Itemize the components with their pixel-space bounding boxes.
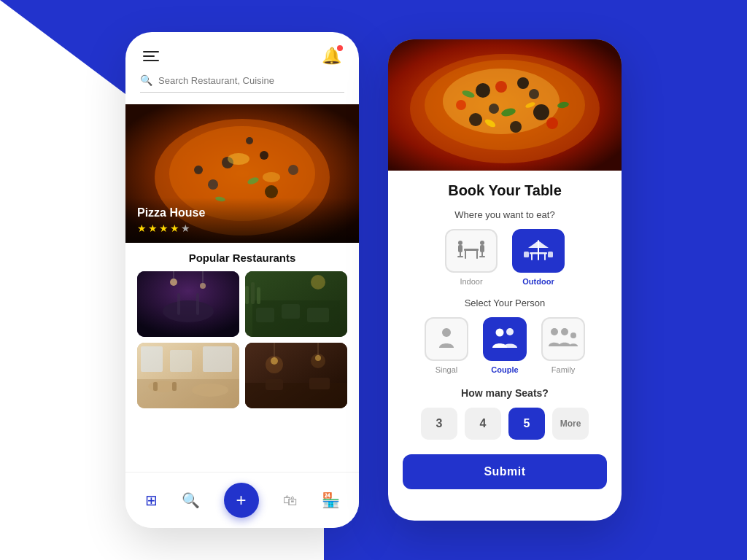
family-option-box[interactable]: [541, 317, 585, 361]
person-question: Select Your Person: [403, 298, 607, 308]
svg-point-8: [288, 165, 298, 175]
star-1: ★: [137, 222, 147, 234]
svg-rect-26: [307, 308, 329, 322]
single-option-box[interactable]: [425, 317, 468, 361]
svg-rect-37: [141, 346, 163, 372]
svg-point-86: [442, 328, 451, 337]
svg-point-79: [480, 241, 484, 245]
family-option[interactable]: Family: [541, 317, 585, 374]
svg-point-4: [260, 151, 268, 160]
more-button[interactable]: More: [552, 408, 589, 440]
svg-point-56: [533, 104, 549, 120]
submit-button[interactable]: Submit: [403, 454, 607, 489]
restaurant-grid: [125, 271, 359, 408]
couple-option-box[interactable]: [483, 317, 527, 361]
svg-point-55: [517, 77, 529, 89]
indoor-option-box[interactable]: [445, 229, 498, 273]
hero-overlay: Pizza House ★ ★ ★ ★ ★: [125, 198, 359, 243]
svg-rect-24: [256, 308, 274, 322]
nav-home-icon[interactable]: ⊞: [145, 491, 158, 509]
nav-add-button[interactable]: +: [224, 483, 259, 518]
outdoor-label: Outdoor: [522, 277, 554, 286]
phone-listing-card: 🔔 🔍: [125, 32, 359, 528]
menu-line-1: [143, 51, 159, 52]
notification-icon[interactable]: 🔔: [322, 47, 341, 66]
person-options: Singal Couple: [403, 317, 607, 374]
svg-rect-72: [458, 245, 462, 252]
svg-point-91: [570, 332, 576, 338]
svg-rect-29: [257, 287, 260, 304]
seats-question: How many Seats?: [403, 387, 607, 399]
nav-cart-icon[interactable]: 🛍: [283, 492, 298, 509]
menu-line-2: [143, 55, 155, 57]
seat-3-button[interactable]: 3: [421, 408, 457, 440]
svg-rect-45: [309, 378, 330, 389]
svg-point-59: [489, 104, 499, 114]
nav-add-label: +: [236, 490, 246, 510]
star-4: ★: [170, 222, 179, 234]
star-5: ★: [181, 222, 190, 234]
booking-hero-image: [388, 39, 622, 171]
svg-point-7: [246, 137, 253, 144]
restaurant-thumb-3[interactable]: [137, 343, 239, 408]
indoor-label: Indoor: [460, 277, 482, 286]
star-2: ★: [148, 222, 158, 234]
single-option[interactable]: Singal: [425, 317, 468, 374]
svg-point-9: [194, 166, 203, 174]
svg-rect-84: [524, 252, 529, 257]
outdoor-option-box[interactable]: [512, 229, 565, 273]
seats-options: 3 4 5 More: [403, 408, 607, 440]
svg-point-90: [561, 328, 568, 335]
couple-label: Couple: [491, 365, 518, 374]
svg-point-11: [263, 172, 280, 182]
svg-point-10: [228, 153, 249, 165]
svg-point-63: [546, 117, 558, 129]
svg-rect-16: [177, 293, 180, 315]
main-container: 🔔 🔍: [0, 0, 747, 560]
svg-rect-38: [170, 350, 192, 372]
svg-rect-41: [245, 383, 347, 408]
svg-point-49: [315, 355, 321, 361]
svg-rect-44: [266, 379, 283, 390]
restaurant-thumb-2[interactable]: [245, 271, 347, 337]
indoor-option[interactable]: Indoor: [445, 229, 498, 286]
svg-rect-27: [245, 286, 249, 304]
svg-point-34: [192, 384, 228, 397]
hero-stars: ★ ★ ★ ★ ★: [137, 222, 347, 234]
svg-point-61: [495, 81, 507, 93]
menu-icon[interactable]: [143, 51, 159, 61]
svg-point-58: [510, 121, 522, 133]
svg-rect-85: [548, 252, 553, 257]
svg-point-60: [529, 89, 539, 99]
search-icon: 🔍: [140, 74, 152, 86]
outdoor-option[interactable]: Outdoor: [512, 229, 565, 286]
nav-profile-icon[interactable]: 🏪: [322, 491, 340, 509]
seat-4-button[interactable]: 4: [465, 408, 501, 440]
svg-point-88: [506, 328, 514, 335]
svg-point-5: [208, 179, 218, 190]
search-bar[interactable]: 🔍: [140, 74, 344, 93]
menu-line-3: [143, 60, 159, 61]
svg-rect-39: [203, 346, 232, 372]
couple-option[interactable]: Couple: [483, 317, 527, 374]
nav-search-icon[interactable]: 🔍: [182, 491, 200, 509]
notification-dot: [337, 45, 343, 51]
search-input[interactable]: [158, 75, 344, 86]
family-label: Family: [551, 365, 575, 374]
svg-point-6: [265, 185, 278, 198]
svg-point-47: [271, 357, 278, 365]
svg-point-30: [311, 275, 325, 289]
svg-point-62: [456, 100, 466, 110]
single-label: Singal: [436, 365, 458, 374]
svg-point-87: [496, 329, 504, 337]
svg-rect-75: [480, 245, 484, 252]
phone-header: 🔔: [125, 32, 359, 74]
svg-rect-25: [282, 304, 300, 319]
booking-title: Book Your Table: [403, 182, 607, 199]
seat-5-button[interactable]: 5: [508, 408, 545, 440]
restaurant-thumb-1[interactable]: [137, 271, 239, 337]
restaurant-thumb-4[interactable]: [245, 343, 347, 408]
svg-rect-69: [464, 249, 479, 251]
booking-body: Book Your Table Where you want to eat?: [388, 171, 622, 521]
bottom-nav: ⊞ 🔍 + 🛍 🏪: [125, 472, 359, 528]
